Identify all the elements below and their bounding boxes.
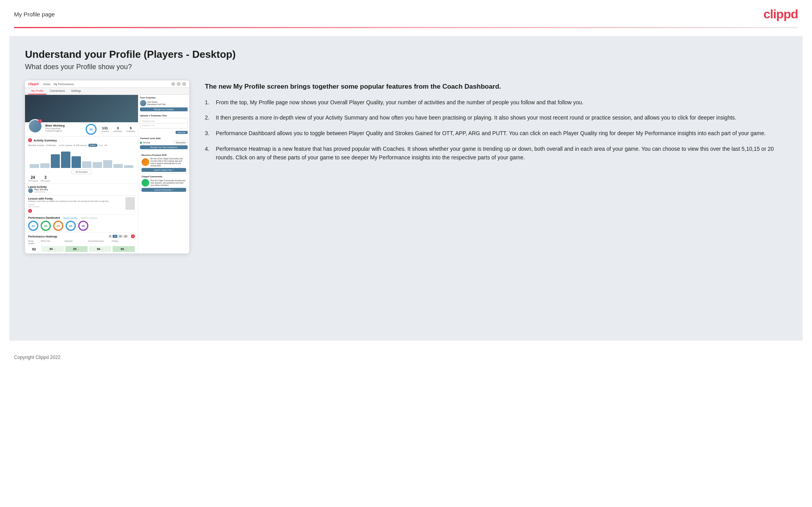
mockup-nav-icons: [171, 82, 186, 86]
mockup-coaches-section: Your Coaches Dan Davies Barnehyde Golf C…: [140, 96, 188, 111]
mockup-ring-arg-val: 86: [66, 221, 76, 231]
mockup-bar-4: [61, 152, 70, 168]
mockup-trackman-input[interactable]: Trackman Link Trackman Link: [140, 118, 188, 129]
mockup-activities-stat: 131 Activities: [101, 126, 109, 132]
mockup-lesson-sub: Nothing is real I like my Rapido are exc…: [28, 200, 123, 202]
mockup-drill-title: Record a Practice Drill: [142, 154, 186, 156]
two-column-layout: clippd Home My Performance My Profile Co…: [25, 80, 787, 254]
header: My Profile page clippd: [0, 0, 812, 27]
mockup-bar-10: [124, 165, 133, 168]
mockup-1y-option[interactable]: 1 yr: [99, 144, 103, 146]
mockup-heatmap-overall: 92: [28, 247, 40, 251]
mockup-ring-arg: 86: [66, 221, 76, 231]
main-content: Understand your Profile (Players - Deskt…: [9, 36, 803, 341]
mockup-all-activities-btn[interactable]: All Activities: [71, 170, 92, 174]
mockup-coach-row: Dan Davies Barnehyde Golf Club: [140, 100, 188, 106]
mockup-manage-coaches-btn[interactable]: Manage Your Coaches: [140, 107, 188, 111]
mockup-add-btn-container: Add Link: [140, 130, 188, 134]
mockup-heatmap-header: Performance Heatmap 5 10 15 20 4: [28, 234, 135, 238]
mockup-main-col: 1 Blair McHarg Plus HandicapUnited Kingd…: [25, 95, 138, 254]
mockup-lesson: Lesson with Fonky Nothing is real I like…: [25, 196, 138, 215]
mockup-latest-item: Blair McHargsomething...: [28, 188, 135, 193]
mockup-ott-dot: ↓↑: [54, 248, 56, 250]
mockup-perf-dashboard: Performance Dashboard Player Quality Str…: [25, 215, 138, 233]
mockup-all-activities-btn-container: All Activities: [28, 170, 135, 174]
mockup-heatmap-pq-label: Player Quality: [28, 240, 40, 245]
mockup-player-quality-toggle[interactable]: Player Quality: [63, 217, 77, 219]
mockup-drill-section: Record a Practice Drill Be one of the Cl…: [140, 152, 188, 174]
mockup-lesson-img: [125, 197, 135, 210]
mockup-following-value: 5: [127, 126, 135, 130]
mockup-oncourse-label: On Course: [28, 180, 38, 182]
mockup-heatmap-putt-label: Putting: [112, 240, 135, 245]
mockup-putt-dot: ↓↑: [125, 248, 127, 250]
mockup-coach-avatar: [140, 100, 146, 106]
mockup-ring-overall-val: 92: [28, 221, 38, 231]
mockup-chart: [28, 148, 135, 168]
list-item-4: 4. Performance Heatmap is a new feature …: [205, 145, 787, 162]
mockup-trackman-section: Upload a Trackman Test Trackman Link Tra…: [140, 114, 188, 134]
mockup-lesson-info: Lesson with Fonky Nothing is real I like…: [28, 197, 123, 213]
mockup-latest-activity: Latest Activity Blair McHargsomething...: [25, 184, 138, 196]
mockup-logo: clippd: [28, 82, 39, 86]
mockup-trackman-link: Trackman Link: [142, 124, 186, 127]
mockup-offcourse-item: 3 Off Course: [41, 175, 50, 182]
mockup-avatar-badge: 1: [38, 119, 42, 123]
mockup-bell-icon: [177, 82, 181, 86]
mockup-following-label: Following: [127, 130, 135, 132]
mockup-20r-btn[interactable]: 20: [123, 235, 128, 238]
section-subtitle: What does your Profile show you?: [25, 63, 787, 71]
mockup-offcourse-val: 3: [41, 175, 50, 180]
mockup-activity-title: Activity Summary: [34, 139, 57, 142]
mockup-add-btn[interactable]: Add Link: [176, 131, 188, 134]
list-num-1: 1.: [205, 98, 212, 107]
mockup-heatmap-arg: 96 ↓↑: [89, 246, 111, 252]
mockup-bar-1: [30, 164, 39, 168]
mockup-15r-btn[interactable]: 15: [118, 235, 123, 238]
mockup-tab-profile[interactable]: My Profile: [28, 88, 47, 95]
list-item-1: 1. From the top, My Profile page now sho…: [205, 98, 787, 107]
mockup-trackman-title: Upload a Trackman Test: [140, 114, 188, 117]
intro-text: The new My Profile screen brings togethe…: [205, 82, 787, 91]
mockup-nav-performance: My Performance: [54, 83, 73, 86]
mockup-coaches-title: Your Coaches: [140, 96, 188, 99]
mockup-disconnect-btn[interactable]: Disconnect: [174, 141, 188, 145]
mockup-community-img: [142, 179, 149, 187]
page-title: My Profile page: [14, 11, 55, 18]
mockup-tab-connections[interactable]: Connections: [47, 88, 68, 95]
mockup-latest-text: Blair McHargsomething...: [34, 188, 48, 193]
mockup-following-stat: 5 Following: [127, 126, 135, 132]
mockup-manage-integrations-btn[interactable]: Manage Your Data Integrations: [140, 145, 188, 149]
mockup-6m-pill[interactable]: 6 Mths: [88, 144, 97, 147]
mockup-activity-controls: Monthly Activity - 6 Months ● On-course …: [28, 144, 135, 147]
list-text-4: Performance Heatmap is a new feature tha…: [216, 145, 787, 162]
mockup-offcourse-label: Off Course: [41, 180, 50, 182]
mockup-offcourse-toggle: ● Off-course: [74, 144, 87, 146]
list-text-2: It then presents a more in-depth view of…: [216, 114, 736, 122]
mockup-nav-links: Home My Performance: [43, 83, 74, 86]
mockup-lesson-badge: 3: [28, 209, 32, 213]
mockup-drill-text: Be one of the Clippd Community who recor…: [151, 157, 186, 167]
mockup-bar-5: [72, 156, 81, 168]
mockup-ring-app-val: 85: [53, 221, 63, 231]
mockup-heatmap-controls: 5 10 15 20: [109, 235, 128, 238]
mockup-tab-settings[interactable]: Settings: [68, 88, 84, 95]
mockup-bar-9: [113, 164, 123, 168]
mockup-heatmap-arg-label: Around the Green: [88, 240, 111, 245]
logo: clippd: [764, 7, 798, 21]
text-column: The new My Profile screen brings togethe…: [205, 80, 787, 169]
mockup-ring-putt: 96: [78, 221, 88, 231]
mockup-launch-community-btn[interactable]: Launch Community ↗: [142, 188, 186, 192]
mockup-search-icon: [171, 82, 175, 86]
mockup-ring-ott-val: 90: [41, 221, 51, 231]
mockup-all-option[interactable]: All: [104, 144, 107, 146]
mockup-arccos-label: Arccos: [143, 141, 150, 144]
mockup-strokes-toggle[interactable]: Strokes Gained: [81, 217, 97, 219]
mockup-10r-btn[interactable]: 10: [113, 235, 117, 238]
mockup-5r-btn[interactable]: 5: [109, 235, 112, 238]
mockup-community-row: Visit the Clippd Community and discover …: [142, 179, 186, 187]
mockup-bar-6: [82, 161, 91, 168]
mockup-lesson-meta: Lesson01h: 30 mins: [28, 203, 123, 208]
mockup-launch-capture-btn[interactable]: Launch Capture App ↗: [142, 168, 186, 172]
mockup-heatmap-ott-label: Off the Tee: [41, 240, 64, 245]
